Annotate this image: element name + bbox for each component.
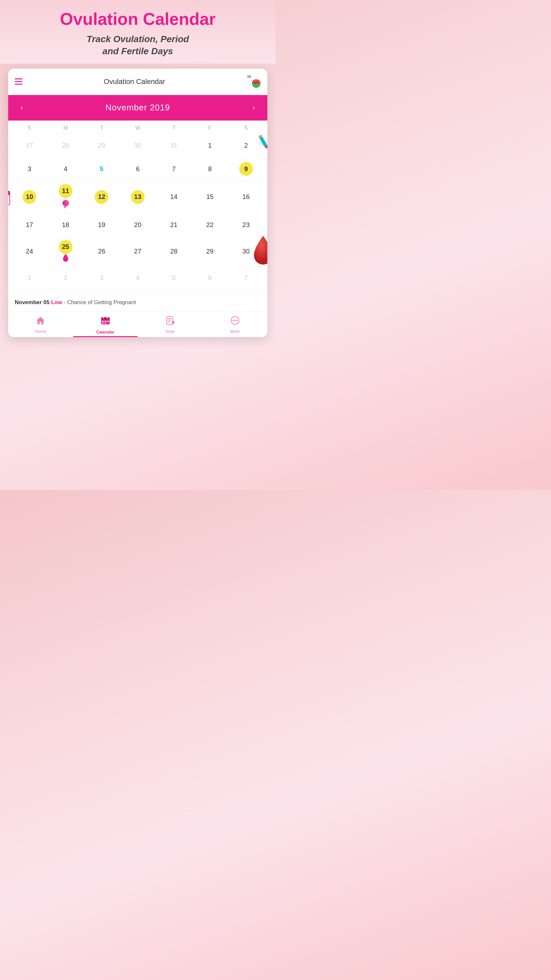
- prev-month-button[interactable]: ‹: [17, 102, 26, 113]
- hamburger-button[interactable]: [15, 78, 22, 84]
- app-card: Ovulation Calendar AD ‹ November 2019: [8, 68, 267, 337]
- svg-rect-39: [102, 323, 104, 324]
- day-dec3[interactable]: 3: [84, 271, 120, 285]
- more-icon: [230, 316, 240, 327]
- drop-red-large-decoration: [251, 236, 267, 268]
- day-nov11[interactable]: 11: [48, 184, 84, 210]
- day-nov5[interactable]: 5: [84, 162, 120, 176]
- day-nov23[interactable]: 23: [228, 218, 264, 232]
- day-nov16[interactable]: 16: [228, 190, 264, 204]
- nav-active-indicator: [73, 336, 138, 337]
- day-oct31[interactable]: 31: [156, 138, 192, 152]
- pencil-decoration: [254, 132, 267, 154]
- day-nov10[interactable]: 10: [11, 190, 48, 204]
- home-icon: [36, 316, 45, 327]
- svg-rect-37: [105, 321, 106, 322]
- day-dec6[interactable]: 6: [192, 271, 228, 285]
- day-nov14[interactable]: 14: [156, 190, 192, 204]
- day-header-thu: T: [156, 125, 192, 131]
- day-dec4[interactable]: 4: [120, 271, 156, 285]
- day-nov9[interactable]: 9: [228, 162, 264, 176]
- nav-calendar-label: Calendar: [96, 329, 114, 334]
- svg-point-32: [63, 202, 65, 204]
- nav-item-calendar[interactable]: Calendar: [73, 316, 138, 334]
- day-oct29[interactable]: 29: [84, 138, 120, 152]
- svg-rect-40: [105, 323, 106, 324]
- calendar-week-4: 17 18 19 20 21 22 23: [11, 213, 264, 237]
- svg-rect-14: [8, 193, 10, 195]
- watermelon-icon: AD: [246, 75, 261, 89]
- day-nov15[interactable]: 15: [192, 190, 228, 204]
- day-header-fri: F: [192, 125, 228, 131]
- day-nov21[interactable]: 21: [156, 218, 192, 232]
- svg-rect-8: [259, 135, 267, 147]
- svg-point-4: [256, 81, 257, 82]
- status-message: - Chance of Getting Pregnant: [64, 299, 136, 305]
- bottom-nav: Home Calendar: [8, 312, 267, 337]
- day-nov28[interactable]: 28: [156, 245, 192, 258]
- day-nov22[interactable]: 22: [192, 218, 228, 232]
- day-oct27[interactable]: 27: [11, 138, 48, 152]
- day-dec5[interactable]: 5: [156, 271, 192, 285]
- nav-item-more[interactable]: More: [203, 316, 268, 334]
- day-nov18[interactable]: 18: [48, 218, 84, 232]
- svg-marker-9: [264, 145, 267, 150]
- day-dec7[interactable]: 7: [228, 271, 264, 285]
- app-header: Ovulation Calendar Track Ovulation, Peri…: [0, 0, 275, 64]
- calendar-week-3: 10: [11, 181, 264, 213]
- svg-point-49: [232, 320, 234, 321]
- month-year-title: November 2019: [105, 103, 170, 113]
- svg-point-50: [234, 320, 236, 321]
- svg-marker-33: [37, 317, 44, 325]
- day-nov24[interactable]: 24: [11, 245, 48, 258]
- day-dec2[interactable]: 2: [48, 271, 84, 285]
- day-nov17[interactable]: 17: [11, 218, 48, 232]
- calendar-week-1: 27 28 29 30 31 1 2: [11, 134, 264, 157]
- app-title: Ovulation Calendar: [6, 10, 269, 29]
- calendar-week-6: 1 2 3 4 5 6 7: [11, 266, 264, 290]
- toolbar: Ovulation Calendar AD: [8, 68, 267, 95]
- toolbar-title: Ovulation Calendar: [104, 78, 165, 86]
- day-oct30[interactable]: 30: [120, 138, 156, 152]
- nav-note-label: Note: [166, 329, 175, 334]
- svg-text:AD: AD: [248, 75, 251, 78]
- day-header-wed: W: [120, 125, 156, 131]
- calendar-nav-icon: [100, 316, 110, 328]
- day-nov12[interactable]: 12: [84, 190, 120, 204]
- svg-rect-35: [101, 317, 110, 320]
- day-nov4[interactable]: 4: [48, 162, 84, 176]
- day-nov30[interactable]: 30: [228, 245, 264, 258]
- next-month-button[interactable]: ›: [249, 102, 258, 113]
- svg-rect-10: [259, 135, 262, 138]
- day-nov6[interactable]: 6: [120, 162, 156, 176]
- day-nov27[interactable]: 27: [120, 245, 156, 258]
- status-level: Low: [51, 299, 62, 305]
- month-nav: ‹ November 2019 ›: [8, 95, 267, 121]
- svg-point-6: [255, 83, 256, 84]
- day-header-mon: M: [48, 125, 84, 131]
- day-nov13[interactable]: 13: [120, 190, 156, 204]
- day-nov20[interactable]: 20: [120, 218, 156, 232]
- day-dec1[interactable]: 1: [11, 271, 48, 285]
- day-nov26[interactable]: 26: [84, 245, 120, 258]
- nav-item-note[interactable]: Note: [138, 316, 203, 334]
- nav-home-label: Home: [35, 329, 46, 334]
- day-nov25[interactable]: 25: [48, 240, 84, 263]
- calendar-grid: S M T W T F S 27 28 29 30 31 1 2: [8, 121, 267, 293]
- status-date: November 05: [15, 299, 49, 305]
- day-nov2[interactable]: 2: [228, 138, 264, 152]
- day-nov1[interactable]: 1: [192, 138, 228, 152]
- day-nov3[interactable]: 3: [11, 162, 48, 176]
- day-oct28[interactable]: 28: [48, 138, 84, 152]
- day-header-tue: T: [84, 125, 120, 131]
- nav-more-label: More: [230, 329, 240, 334]
- calendar-week-2: 3 4 5 6 7 8 9: [11, 157, 264, 181]
- day-nov29[interactable]: 29: [192, 245, 228, 258]
- day-nov7[interactable]: 7: [156, 162, 192, 176]
- nav-item-home[interactable]: Home: [8, 316, 73, 334]
- day-header-sat: S: [228, 125, 264, 131]
- svg-rect-36: [102, 321, 104, 322]
- day-nov8[interactable]: 8: [192, 162, 228, 176]
- drop-pink-icon: [62, 254, 69, 263]
- day-nov19[interactable]: 19: [84, 218, 120, 232]
